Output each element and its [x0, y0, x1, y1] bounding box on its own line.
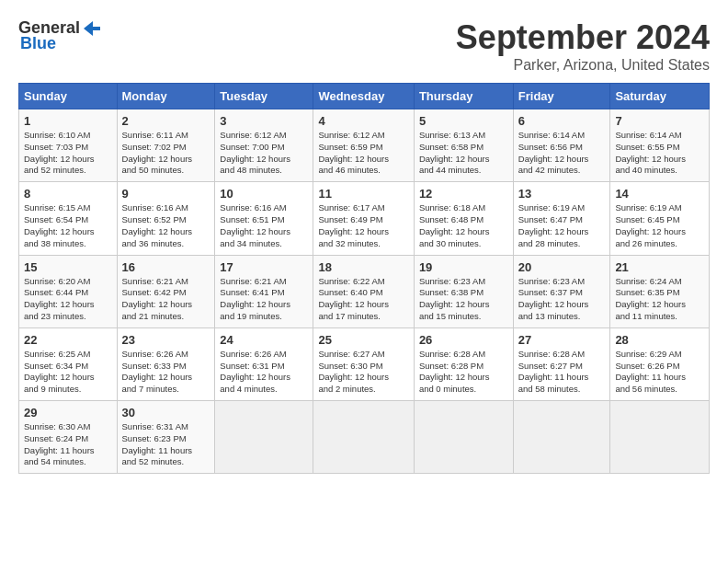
day-info: Sunrise: 6:24 AM Sunset: 6:35 PM Dayligh…: [615, 276, 686, 321]
calendar-cell: 19Sunrise: 6:23 AM Sunset: 6:38 PM Dayli…: [414, 255, 513, 327]
day-info: Sunrise: 6:28 AM Sunset: 6:28 PM Dayligh…: [419, 349, 490, 394]
day-of-week-header: Monday: [117, 84, 215, 109]
day-of-week-header: Tuesday: [215, 84, 313, 109]
calendar-cell: 26Sunrise: 6:28 AM Sunset: 6:28 PM Dayli…: [414, 327, 513, 400]
day-number: 15: [24, 260, 112, 274]
day-number: 5: [419, 114, 508, 128]
day-of-week-header: Wednesday: [313, 84, 414, 109]
day-info: Sunrise: 6:15 AM Sunset: 6:54 PM Dayligh…: [24, 202, 95, 247]
day-info: Sunrise: 6:26 AM Sunset: 6:31 PM Dayligh…: [220, 349, 290, 394]
calendar-cell: 20Sunrise: 6:23 AM Sunset: 6:37 PM Dayli…: [513, 255, 610, 327]
day-number: 21: [615, 260, 704, 274]
day-info: Sunrise: 6:22 AM Sunset: 6:40 PM Dayligh…: [318, 276, 389, 321]
calendar-cell: 4Sunrise: 6:12 AM Sunset: 6:59 PM Daylig…: [313, 109, 414, 182]
day-number: 11: [318, 187, 408, 201]
calendar-week-row: 1Sunrise: 6:10 AM Sunset: 7:03 PM Daylig…: [19, 109, 710, 182]
day-number: 22: [24, 333, 112, 347]
day-info: Sunrise: 6:21 AM Sunset: 6:41 PM Dayligh…: [220, 276, 290, 321]
calendar-cell: 11Sunrise: 6:17 AM Sunset: 6:49 PM Dayli…: [313, 182, 414, 255]
day-info: Sunrise: 6:11 AM Sunset: 7:02 PM Dayligh…: [122, 130, 193, 175]
logo: General Blue: [18, 18, 100, 53]
calendar-cell: 12Sunrise: 6:18 AM Sunset: 6:48 PM Dayli…: [414, 182, 513, 255]
calendar-cell: 7Sunrise: 6:14 AM Sunset: 6:55 PM Daylig…: [610, 109, 710, 182]
calendar-cell: 28Sunrise: 6:29 AM Sunset: 6:26 PM Dayli…: [610, 327, 710, 400]
day-number: 3: [220, 114, 308, 128]
day-info: Sunrise: 6:25 AM Sunset: 6:34 PM Dayligh…: [24, 349, 95, 394]
day-number: 20: [518, 260, 606, 274]
day-number: 17: [220, 260, 308, 274]
calendar-cell: 13Sunrise: 6:19 AM Sunset: 6:47 PM Dayli…: [513, 182, 610, 255]
calendar-cell: [513, 401, 610, 474]
day-info: Sunrise: 6:26 AM Sunset: 6:33 PM Dayligh…: [122, 349, 193, 394]
calendar-cell: 2Sunrise: 6:11 AM Sunset: 7:02 PM Daylig…: [117, 109, 215, 182]
day-info: Sunrise: 6:19 AM Sunset: 6:45 PM Dayligh…: [615, 202, 686, 247]
calendar-cell: 8Sunrise: 6:15 AM Sunset: 6:54 PM Daylig…: [19, 182, 118, 255]
day-of-week-header: Saturday: [610, 84, 710, 109]
day-number: 19: [419, 260, 508, 274]
day-number: 14: [615, 187, 704, 201]
day-info: Sunrise: 6:19 AM Sunset: 6:47 PM Dayligh…: [518, 202, 589, 247]
day-number: 26: [419, 333, 508, 347]
calendar-week-row: 29Sunrise: 6:30 AM Sunset: 6:24 PM Dayli…: [19, 401, 710, 474]
day-info: Sunrise: 6:14 AM Sunset: 6:56 PM Dayligh…: [518, 130, 589, 175]
day-info: Sunrise: 6:21 AM Sunset: 6:42 PM Dayligh…: [122, 276, 193, 321]
day-number: 24: [220, 333, 308, 347]
day-number: 30: [122, 406, 210, 419]
calendar-cell: 16Sunrise: 6:21 AM Sunset: 6:42 PM Dayli…: [117, 255, 215, 327]
day-number: 10: [220, 187, 308, 201]
day-number: 13: [518, 187, 606, 201]
month-title: September 2024: [456, 18, 710, 57]
day-number: 29: [24, 406, 112, 419]
calendar-cell: 27Sunrise: 6:28 AM Sunset: 6:27 PM Dayli…: [513, 327, 610, 400]
calendar-cell: 15Sunrise: 6:20 AM Sunset: 6:44 PM Dayli…: [19, 255, 118, 327]
calendar-cell: [610, 401, 710, 474]
day-info: Sunrise: 6:12 AM Sunset: 7:00 PM Dayligh…: [220, 130, 290, 175]
calendar-cell: [313, 401, 414, 474]
logo-arrow-icon: [82, 19, 100, 38]
day-number: 25: [318, 333, 408, 347]
day-info: Sunrise: 6:18 AM Sunset: 6:48 PM Dayligh…: [419, 202, 490, 247]
day-number: 16: [122, 260, 210, 274]
day-of-week-header: Thursday: [414, 84, 513, 109]
day-of-week-header: Sunday: [19, 84, 118, 109]
calendar-cell: 30Sunrise: 6:31 AM Sunset: 6:23 PM Dayli…: [117, 401, 215, 474]
day-number: 9: [122, 187, 210, 201]
day-number: 23: [122, 333, 210, 347]
calendar-week-row: 22Sunrise: 6:25 AM Sunset: 6:34 PM Dayli…: [19, 327, 710, 400]
day-info: Sunrise: 6:31 AM Sunset: 6:23 PM Dayligh…: [122, 421, 193, 466]
day-number: 1: [24, 114, 112, 128]
day-info: Sunrise: 6:12 AM Sunset: 6:59 PM Dayligh…: [318, 130, 389, 175]
calendar-cell: 5Sunrise: 6:13 AM Sunset: 6:58 PM Daylig…: [414, 109, 513, 182]
day-info: Sunrise: 6:13 AM Sunset: 6:58 PM Dayligh…: [419, 130, 490, 175]
day-number: 7: [615, 114, 704, 128]
location-title: Parker, Arizona, United States: [456, 57, 710, 74]
calendar-cell: 22Sunrise: 6:25 AM Sunset: 6:34 PM Dayli…: [19, 327, 118, 400]
day-info: Sunrise: 6:29 AM Sunset: 6:26 PM Dayligh…: [615, 349, 686, 394]
day-number: 8: [24, 187, 112, 201]
calendar-week-row: 8Sunrise: 6:15 AM Sunset: 6:54 PM Daylig…: [19, 182, 710, 255]
calendar-cell: [414, 401, 513, 474]
calendar-cell: 10Sunrise: 6:16 AM Sunset: 6:51 PM Dayli…: [215, 182, 313, 255]
day-info: Sunrise: 6:23 AM Sunset: 6:37 PM Dayligh…: [518, 276, 589, 321]
calendar-week-row: 15Sunrise: 6:20 AM Sunset: 6:44 PM Dayli…: [19, 255, 710, 327]
svg-marker-0: [84, 21, 100, 36]
calendar-header-row: SundayMondayTuesdayWednesdayThursdayFrid…: [19, 84, 710, 109]
day-number: 4: [318, 114, 408, 128]
day-info: Sunrise: 6:14 AM Sunset: 6:55 PM Dayligh…: [615, 130, 686, 175]
calendar-cell: [215, 401, 313, 474]
day-info: Sunrise: 6:10 AM Sunset: 7:03 PM Dayligh…: [24, 130, 95, 175]
calendar-cell: 21Sunrise: 6:24 AM Sunset: 6:35 PM Dayli…: [610, 255, 710, 327]
day-number: 28: [615, 333, 704, 347]
calendar-cell: 24Sunrise: 6:26 AM Sunset: 6:31 PM Dayli…: [215, 327, 313, 400]
day-of-week-header: Friday: [513, 84, 610, 109]
day-number: 12: [419, 187, 508, 201]
day-info: Sunrise: 6:27 AM Sunset: 6:30 PM Dayligh…: [318, 349, 389, 394]
header: General Blue September 2024 Parker, Ariz…: [18, 18, 710, 74]
day-number: 2: [122, 114, 210, 128]
calendar-cell: 14Sunrise: 6:19 AM Sunset: 6:45 PM Dayli…: [610, 182, 710, 255]
day-number: 27: [518, 333, 606, 347]
day-info: Sunrise: 6:20 AM Sunset: 6:44 PM Dayligh…: [24, 276, 95, 321]
calendar-cell: 6Sunrise: 6:14 AM Sunset: 6:56 PM Daylig…: [513, 109, 610, 182]
calendar-table: SundayMondayTuesdayWednesdayThursdayFrid…: [18, 83, 710, 474]
day-info: Sunrise: 6:23 AM Sunset: 6:38 PM Dayligh…: [419, 276, 490, 321]
